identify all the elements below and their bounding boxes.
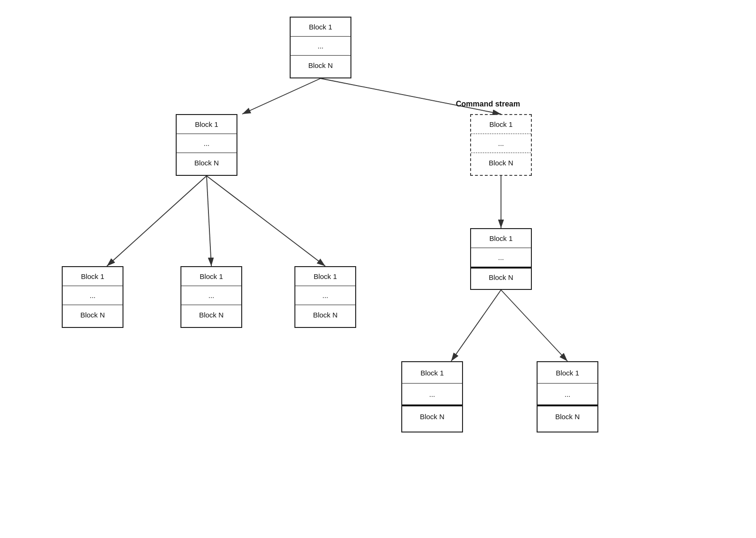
block-bot-right-2-mid: ...	[538, 384, 597, 405]
block-bot-left-3-top: Block 1	[295, 267, 355, 286]
block-bot-right-1-mid: ...	[402, 384, 462, 405]
block-bot-left-1: Block 1 ... Block N	[62, 266, 123, 328]
block-mid-right-dashed-top: Block 1	[471, 115, 531, 134]
block-root-bot: Block N	[291, 56, 350, 75]
block-bot-right-2-bot: Block N	[538, 405, 597, 426]
block-root: Block 1 ... Block N	[290, 17, 351, 78]
block-mid-right-dashed-mid: ...	[471, 134, 531, 153]
block-root-top: Block 1	[291, 18, 350, 37]
block-bot-left-1-mid: ...	[63, 286, 123, 305]
block-root-mid: ...	[291, 37, 350, 56]
block-bot-right-1-top: Block 1	[402, 362, 462, 384]
block-bot-right-2: Block 1 ... Block N	[537, 361, 598, 432]
block-mid-right-dashed-bot: Block N	[471, 153, 531, 172]
block-mid-right-dashed: Block 1 ... Block N	[470, 114, 532, 176]
command-stream-label: Command stream	[456, 100, 520, 108]
block-mid-right-solid-top: Block 1	[471, 229, 531, 248]
svg-line-4	[207, 176, 211, 266]
svg-line-7	[451, 290, 501, 361]
block-bot-left-2-mid: ...	[181, 286, 241, 305]
block-bot-left-1-bot: Block N	[63, 305, 123, 324]
block-bot-left-2-bot: Block N	[181, 305, 241, 324]
block-bot-left-3: Block 1 ... Block N	[294, 266, 356, 328]
block-mid-left-mid: ...	[177, 134, 236, 153]
block-bot-left-2-top: Block 1	[181, 267, 241, 286]
block-bot-left-1-top: Block 1	[63, 267, 123, 286]
block-bot-left-2: Block 1 ... Block N	[180, 266, 242, 328]
block-mid-left-top: Block 1	[177, 115, 236, 134]
svg-line-2	[321, 78, 501, 114]
block-bot-right-1-bot: Block N	[402, 405, 462, 426]
block-bot-left-3-bot: Block N	[295, 305, 355, 324]
svg-line-1	[242, 78, 321, 114]
svg-line-3	[107, 176, 207, 266]
block-mid-left-bot: Block N	[177, 153, 236, 172]
block-mid-right-solid-bot: Block N	[471, 267, 531, 286]
block-bot-right-1: Block 1 ... Block N	[401, 361, 463, 432]
svg-line-5	[207, 176, 325, 266]
diagram: Block 1 ... Block N Block 1 ... Block N …	[0, 0, 756, 538]
block-mid-right-solid: Block 1 ... Block N	[470, 228, 532, 290]
block-mid-left: Block 1 ... Block N	[176, 114, 237, 176]
block-bot-left-3-mid: ...	[295, 286, 355, 305]
svg-line-8	[501, 290, 567, 361]
block-mid-right-solid-mid: ...	[471, 248, 531, 267]
block-bot-right-2-top: Block 1	[538, 362, 597, 384]
